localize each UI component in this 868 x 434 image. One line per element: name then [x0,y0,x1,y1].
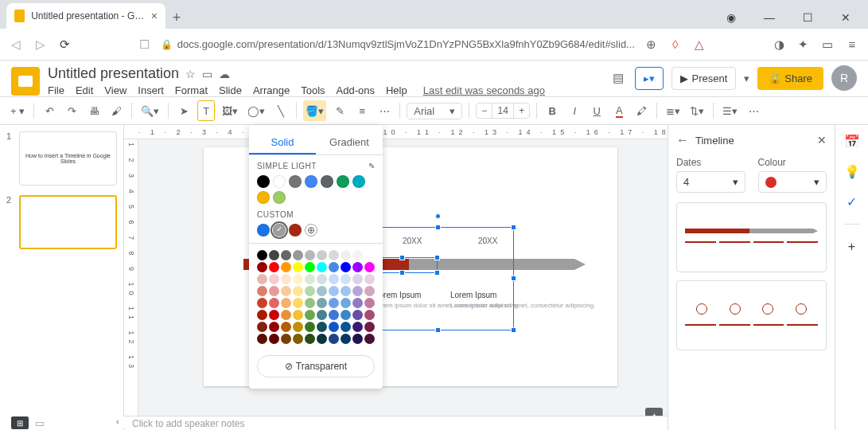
menu-file[interactable]: File [48,84,64,96]
move-icon[interactable]: ▭ [202,68,212,80]
theme-swatch[interactable] [321,175,333,188]
doc-title[interactable]: Untitled presentation [48,65,179,82]
tasks-icon[interactable]: ✓ [844,194,860,209]
theme-swatch[interactable] [337,175,349,188]
window-minimize-icon[interactable]: — [758,11,780,24]
tab-close-icon[interactable]: × [151,10,158,22]
palette-swatch[interactable] [341,334,351,344]
sidepanel-close-icon[interactable]: ✕ [817,134,827,147]
palette-swatch[interactable] [305,298,315,308]
palette-swatch[interactable] [329,322,339,332]
keep-icon[interactable]: 💡 [844,163,860,179]
palette-swatch[interactable] [329,250,339,260]
palette-swatch[interactable] [305,262,315,272]
select-tool[interactable]: ➤ [175,100,193,121]
menu-addons[interactable]: Add-ons [337,84,375,96]
bookmark-icon[interactable]: ☐ [136,37,152,52]
textbox-tool[interactable]: T [197,100,215,121]
addons-icon[interactable]: + [844,239,860,255]
palette-swatch[interactable] [352,298,363,308]
new-tab-button[interactable]: + [165,6,188,29]
menu-edit[interactable]: Edit [76,84,93,96]
border-weight-button[interactable]: ≡ [353,100,371,121]
redo-button[interactable]: ↷ [63,100,80,121]
palette-swatch[interactable] [257,274,267,284]
bold-button[interactable]: B [543,100,561,121]
nav-back-icon[interactable]: ◁ [8,37,24,52]
palette-swatch[interactable] [257,298,267,308]
list-button[interactable]: ☰▾ [720,100,740,121]
palette-swatch[interactable] [305,334,315,344]
palette-swatch[interactable] [329,310,339,320]
menu-tools[interactable]: Tools [301,84,325,96]
italic-button[interactable]: I [566,100,583,121]
highlight-button[interactable]: 🖍 [633,100,650,121]
palette-swatch[interactable] [269,250,279,260]
palette-swatch[interactable] [293,334,303,344]
palette-swatch[interactable] [341,274,351,284]
tab-solid[interactable]: Solid [249,131,316,154]
present-dropdown[interactable]: ▾ [744,72,749,84]
palette-swatch[interactable] [364,250,375,260]
calendar-icon[interactable]: 📅 [844,133,860,149]
line-spacing-button[interactable]: ⇅▾ [687,100,706,121]
nav-forward-icon[interactable]: ▷ [32,37,48,52]
shape-tool[interactable]: ◯▾ [245,100,267,121]
palette-swatch[interactable] [257,334,267,344]
palette-swatch[interactable] [341,250,351,260]
more-button[interactable]: ⋯ [745,100,762,121]
custom-swatch[interactable] [273,224,286,237]
palette-swatch[interactable] [364,334,375,344]
theme-swatch[interactable] [273,191,286,204]
line-tool[interactable]: ╲ [272,100,290,121]
font-size-value[interactable]: 14 [492,104,514,118]
browser-tab[interactable]: Untitled presentation - Google Sl × [6,3,165,29]
palette-swatch[interactable] [281,286,291,296]
window-close-icon[interactable]: ✕ [835,11,857,24]
window-maximize-icon[interactable]: ☐ [796,11,819,24]
palette-swatch[interactable] [341,322,351,332]
border-color-button[interactable]: ✎ [331,100,348,121]
zoom-button[interactable]: 🔍▾ [138,100,162,121]
extensions-icon[interactable]: ✦ [796,36,812,53]
slideshow-dropdown[interactable]: ▸▾ [635,67,664,90]
palette-swatch[interactable] [364,274,375,284]
color-select[interactable]: ▾ [758,171,827,193]
palette-swatch[interactable] [269,310,279,320]
menu-help[interactable]: Help [386,84,407,96]
palette-swatch[interactable] [257,250,267,260]
comments-icon[interactable]: ▤ [609,69,627,87]
palette-swatch[interactable] [341,298,351,308]
palette-swatch[interactable] [352,262,363,272]
border-dash-button[interactable]: ⋯ [376,100,393,121]
palette-swatch[interactable] [305,250,315,260]
palette-swatch[interactable] [269,286,279,296]
theme-swatch[interactable] [273,175,286,188]
account-avatar[interactable]: R [831,65,857,91]
last-edit[interactable]: Last edit was seconds ago [423,84,545,96]
new-slide-button[interactable]: + ▾ [8,100,27,121]
slides-logo-icon[interactable] [11,67,40,96]
palette-swatch[interactable] [281,334,291,344]
font-size-dec[interactable]: − [477,104,492,118]
present-button[interactable]: ▶Present [671,67,736,90]
palette-swatch[interactable] [317,310,327,320]
edit-theme-icon[interactable]: ✎ [368,162,376,170]
palette-swatch[interactable] [281,262,291,272]
image-tool[interactable]: 🖼▾ [220,100,240,121]
font-size-inc[interactable]: + [514,104,529,118]
palette-swatch[interactable] [317,250,327,260]
wallet-icon[interactable]: ▭ [819,36,835,53]
nav-reload-icon[interactable]: ⟳ [56,37,72,52]
palette-swatch[interactable] [293,286,303,296]
palette-swatch[interactable] [352,334,363,344]
palette-swatch[interactable] [305,274,315,284]
palette-swatch[interactable] [364,298,375,308]
print-button[interactable]: 🖶 [85,100,103,121]
theme-swatch[interactable] [257,191,270,204]
cloud-icon[interactable]: ☁ [219,68,230,80]
palette-swatch[interactable] [257,286,267,296]
menu-insert[interactable]: Insert [138,84,164,96]
palette-swatch[interactable] [305,310,315,320]
theme-swatch[interactable] [352,175,365,188]
